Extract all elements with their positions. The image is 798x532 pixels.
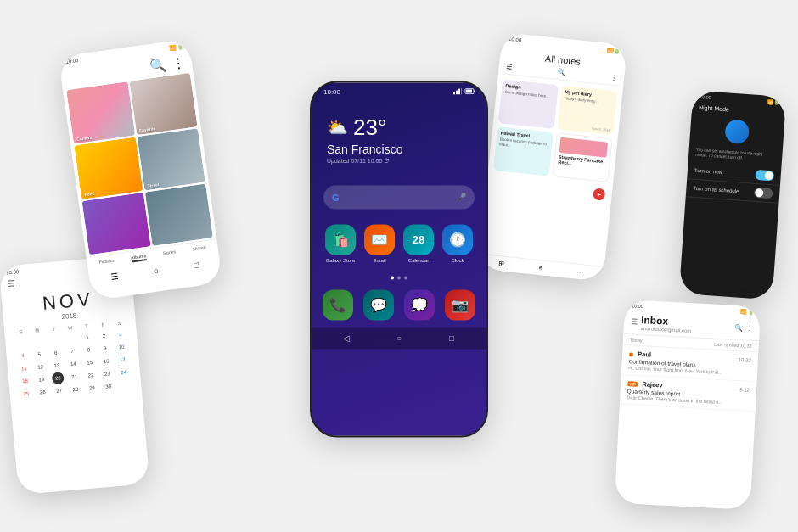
app-messages[interactable]: 💬 [363,289,394,320]
cal-date[interactable]: 11 [18,362,31,375]
app-camera[interactable]: 📷 [445,289,475,320]
app-email[interactable]: ✉️ Email [364,224,395,262]
cal-date[interactable]: 24 [117,366,130,378]
nav-back-icon[interactable]: ☰ [110,272,119,282]
nav-recent[interactable]: □ [446,332,458,344]
add-note-button[interactable]: + [593,188,605,200]
calendar-time: 10:00 [6,269,20,276]
messages-icon: 💬 [363,289,394,320]
cal-date[interactable]: 13 [50,359,63,372]
notes-menu-icon[interactable]: ☰ [505,63,512,71]
app-bubbles[interactable]: 💭 [404,289,435,320]
cal-date[interactable]: 12 [34,361,47,373]
night-toggle-1[interactable] [755,170,774,182]
note-card-pet[interactable]: My pet diary Today's diary entry... Nov … [557,86,617,136]
weather-updated: Updated 07/11 10:00 ⏱ [327,157,471,163]
weather-icon: ⛅ [327,117,348,137]
email-menu-icon[interactable]: ☰ [631,317,638,326]
gallery-time: 10:00 [65,58,79,65]
cal-date[interactable]: 7 [65,345,78,358]
cal-date[interactable]: 21 [68,370,81,383]
notes-nav-more[interactable]: ⋯ [576,268,583,277]
gallery-cell-food[interactable]: Food [74,137,143,199]
cal-date[interactable]: 6 [49,346,62,359]
cal-date[interactable]: 16 [99,355,112,367]
gallery-cell-street[interactable]: Street [137,128,205,190]
nav-recent-icon[interactable]: □ [194,260,200,271]
email-today-label: Today [630,337,643,343]
cal-date[interactable]: 14 [67,357,80,370]
search-icon[interactable]: 🔍 [149,57,167,76]
cal-date[interactable]: 18 [19,374,31,387]
cal-date[interactable] [15,337,28,350]
app-clock[interactable]: 🕐 Clock [442,224,473,262]
cal-date[interactable]: 22 [84,369,97,382]
cal-date[interactable]: 2 [98,329,110,342]
notes-more-icon[interactable]: ⋮ [610,74,618,82]
svg-rect-5 [466,90,472,93]
email-search-icon[interactable]: 🔍 [734,323,743,332]
menu-icon[interactable]: ☰ [7,279,15,289]
gallery-cell-favorite[interactable]: Favorite [129,73,198,135]
gallery-cell-5[interactable] [81,193,150,255]
nav-home-icon[interactable]: ○ [153,266,160,276]
note-card-recipe[interactable]: Strawberry Pancake Reci... [553,132,613,182]
notes-nav-list[interactable]: ≡ [538,264,543,272]
gallery-cell-6[interactable] [144,184,213,246]
cal-date[interactable]: 27 [53,384,65,397]
clock-icon: 🕐 [442,224,473,255]
svg-rect-1 [456,91,458,95]
night-toggle-2[interactable] [754,188,773,199]
nav-home[interactable]: ○ [393,332,405,344]
cal-date[interactable] [48,333,61,346]
gallery-tab-stories[interactable]: Stories [162,249,177,258]
cal-date[interactable]: 29 [86,382,98,395]
note-card-design[interactable]: Design Some design notes here... [498,79,559,129]
cal-date[interactable]: 8 [82,344,95,356]
cal-date[interactable]: 25 [20,387,32,400]
email-row-rajeev[interactable]: Rajeev 8:12 Quarterly sales report Dear … [620,375,757,412]
cal-date[interactable]: 28 [69,383,81,395]
cal-date[interactable] [65,333,77,345]
gallery-tab-shared[interactable]: Shared [192,244,206,254]
rajeev-time: 8:12 [739,387,750,393]
mic-icon[interactable]: 🎤 [456,193,466,202]
gallery-tab-pictures[interactable]: Pictures [98,257,115,266]
cal-date[interactable] [118,378,131,391]
cal-date[interactable]: 30 [102,380,115,393]
paul-sender: Paul [629,350,651,358]
app-calendar[interactable]: 28 Calendar [403,224,434,262]
cal-header-m: M [29,328,45,336]
gallery-tab-albums[interactable]: Albums [131,253,147,262]
cal-date[interactable]: 3 [114,328,126,341]
cal-date[interactable]: 1 [81,331,94,344]
cal-date[interactable]: 23 [101,367,114,380]
app-grid: 🛍️ Galaxy Store ✉️ Email 28 Calendar 🕐 C… [312,217,486,269]
notes-time: 10:00 [509,36,522,44]
nav-back[interactable]: ◁ [340,332,352,344]
cal-date[interactable] [31,335,44,348]
search-bar[interactable]: G 🎤 [323,185,475,209]
gallery-grid: Camera Favorite Food Street [63,70,216,257]
app-phone[interactable]: 📞 [323,289,353,320]
more-icon[interactable]: ⋮ [171,54,186,72]
cal-date-today[interactable]: 20 [52,372,65,384]
phone-notes: 10:00 📶 🔋 All notes ☰ 🔍 ⋮ Design Some de… [478,32,627,282]
cal-date[interactable]: 19 [35,373,48,386]
center-bottom-nav: ◁ ○ □ [312,327,486,349]
cal-date[interactable]: 15 [83,356,96,369]
gallery-cell-camera[interactable]: Camera [66,81,135,143]
weather-area: ⛅ 23° San Francisco Updated 07/11 10:00 … [312,97,486,171]
notes-search-icon[interactable]: 🔍 [557,68,566,76]
cal-date[interactable]: 10 [115,340,128,353]
cal-date[interactable]: 9 [98,342,111,355]
page-dots [312,276,486,279]
cal-date[interactable]: 5 [33,348,46,361]
cal-date[interactable]: 26 [37,386,49,399]
email-more-icon[interactable]: ⋮ [746,324,753,332]
app-galaxy-store[interactable]: 🛍️ Galaxy Store [325,224,356,262]
note-card-hawaii[interactable]: Hawaii Travel Book a vacation package to… [493,126,554,176]
notes-nav-grid[interactable]: ⊞ [498,260,505,268]
cal-date[interactable]: 4 [16,350,29,362]
cal-date[interactable]: 17 [116,353,129,366]
